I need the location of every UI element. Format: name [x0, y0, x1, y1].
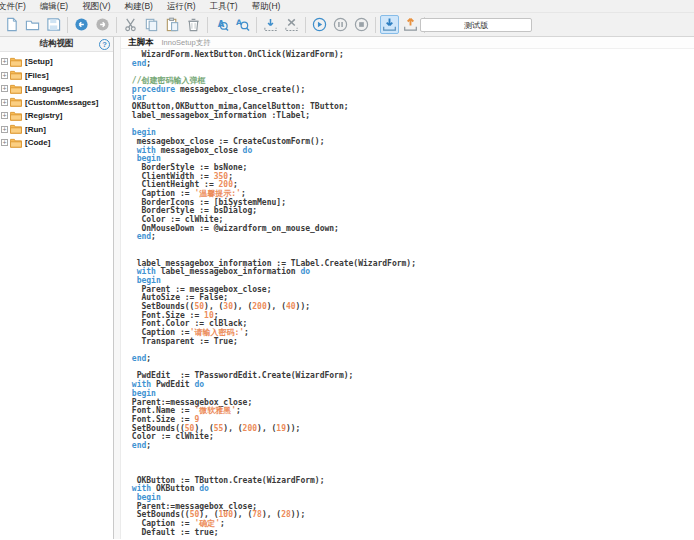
- expand-icon[interactable]: +: [1, 126, 8, 133]
- menu-help[interactable]: 帮助(H): [245, 0, 288, 13]
- code-line: [127, 242, 694, 251]
- expand-icon[interactable]: +: [1, 139, 8, 146]
- toolbar: A A ? 测试版: [0, 13, 694, 37]
- forward-icon: [95, 17, 110, 32]
- cut-button[interactable]: [121, 15, 140, 34]
- folder-icon: [10, 57, 22, 67]
- tree-item-setup[interactable]: + [Setup]: [0, 55, 113, 69]
- tree-item-files[interactable]: + [Files]: [0, 69, 113, 83]
- forward-button[interactable]: [93, 15, 112, 34]
- save-close-button[interactable]: [261, 15, 280, 34]
- tree-item-custommessages[interactable]: + [CustomMessages]: [0, 96, 113, 110]
- editor-gutter: [114, 37, 121, 539]
- code-line: [127, 459, 694, 468]
- back-button[interactable]: [72, 15, 91, 34]
- sidebar-help-icon[interactable]: ?: [99, 39, 110, 50]
- folder-icon: [10, 111, 22, 121]
- open-folder-button[interactable]: [23, 15, 42, 34]
- menu-tools[interactable]: 工具(T): [203, 0, 245, 13]
- menu-file[interactable]: 文件(F): [0, 0, 33, 13]
- toolbar-separator: [256, 17, 257, 33]
- tree-item-run[interactable]: + [Run]: [0, 123, 113, 137]
- cut-icon: [123, 17, 138, 32]
- expand-icon[interactable]: +: [1, 72, 8, 79]
- open-folder-icon: [25, 17, 40, 32]
- folder-icon: [10, 124, 22, 134]
- menu-edit[interactable]: 编辑(E): [33, 0, 75, 13]
- code-line: OnMouseDown := @wizardform_on_mouse_down…: [127, 225, 694, 234]
- code-line: with messagebox_close do: [127, 147, 694, 156]
- save-icon: [46, 17, 61, 32]
- compile-button[interactable]: [380, 15, 399, 34]
- tree-item-label: [CustomMessages]: [25, 98, 98, 107]
- menu-build[interactable]: 构建(B): [118, 0, 160, 13]
- paste-button[interactable]: [163, 15, 182, 34]
- paste-icon: [165, 17, 180, 32]
- back-icon: [74, 17, 89, 32]
- structure-tree: + [Setup] + [Files] + [Languages] + [Cus…: [0, 52, 113, 150]
- pause-icon: [333, 17, 348, 32]
- code-editor[interactable]: WizardForm.NextButton.OnClick(WizardForm…: [121, 49, 694, 539]
- structure-sidebar: 结构视图 ? + [Setup] + [Files] + [Languages]…: [0, 37, 114, 539]
- toolbar-separator: [375, 17, 376, 33]
- tree-item-label: [Languages]: [25, 84, 73, 93]
- expand-icon[interactable]: +: [1, 85, 8, 92]
- code-line: with OKButton do: [127, 485, 694, 494]
- delete-button[interactable]: [184, 15, 203, 34]
- stop-icon: [354, 17, 369, 32]
- folder-icon: [10, 70, 22, 80]
- tab-innosetup-support[interactable]: InnoSetup支持: [162, 38, 211, 48]
- folder-icon: [10, 138, 22, 148]
- discard-close-button[interactable]: [282, 15, 301, 34]
- run-icon: [312, 17, 327, 32]
- code-line: with PwdEdit do: [127, 381, 694, 390]
- tree-item-label: [Run]: [25, 125, 46, 134]
- copy-button[interactable]: [142, 15, 161, 34]
- menu-view[interactable]: 视图(V): [75, 0, 117, 13]
- toolbar-separator: [305, 17, 306, 33]
- save-close-x-icon: [284, 17, 299, 32]
- sidebar-title: 结构视图: [40, 38, 74, 50]
- editor-tabstrip: 主脚本 InnoSetup支持: [121, 37, 694, 49]
- code-line: PwdEdit := TPasswordEdit.Create(WizardFo…: [127, 372, 694, 381]
- save-button[interactable]: [44, 15, 63, 34]
- tree-item-label: [Code]: [25, 138, 50, 147]
- replace-button[interactable]: A: [233, 15, 252, 34]
- code-line: end;: [127, 60, 694, 69]
- tree-item-languages[interactable]: + [Languages]: [0, 82, 113, 96]
- code-line: [127, 451, 694, 460]
- trash-icon: [186, 17, 201, 32]
- expand-icon[interactable]: +: [1, 99, 8, 106]
- folder-icon: [10, 84, 22, 94]
- menu-bar: 文件(F) 编辑(E) 视图(V) 构建(B) 运行(R) 工具(T) 帮助(H…: [0, 0, 694, 13]
- code-line: label_messagebox_information :TLabel;: [127, 112, 694, 121]
- expand-icon[interactable]: +: [1, 112, 8, 119]
- tab-main-script[interactable]: 主脚本: [128, 37, 154, 49]
- toolbar-separator: [207, 17, 208, 33]
- new-file-icon: [4, 17, 19, 32]
- tree-item-code[interactable]: + [Code]: [0, 136, 113, 150]
- code-line: end;: [127, 442, 694, 451]
- toolbar-separator: [67, 17, 68, 33]
- replace-icon: A: [235, 17, 250, 32]
- tree-item-label: [Setup]: [25, 57, 53, 66]
- export-button[interactable]: [401, 15, 420, 34]
- find-button[interactable]: A: [212, 15, 231, 34]
- test-version-button[interactable]: 测试版: [420, 18, 532, 32]
- pause-button[interactable]: [331, 15, 350, 34]
- code-line: Color := clWhite;: [127, 433, 694, 442]
- code-line: end;: [127, 233, 694, 242]
- new-file-button[interactable]: [2, 15, 21, 34]
- find-icon: A: [214, 17, 229, 32]
- code-line: WizardForm.NextButton.OnClick(WizardForm…: [127, 51, 694, 60]
- code-line: Font.Name := '微软雅黑';: [127, 407, 694, 416]
- run-button[interactable]: [310, 15, 329, 34]
- expand-icon[interactable]: +: [1, 58, 8, 65]
- menu-run[interactable]: 运行(R): [160, 0, 203, 13]
- code-line: with label_messagebox_information do: [127, 268, 694, 277]
- stop-button[interactable]: [352, 15, 371, 34]
- code-line: [127, 121, 694, 130]
- tree-item-registry[interactable]: + [Registry]: [0, 109, 113, 123]
- code-line: procedure messagebox_close_create();: [127, 86, 694, 95]
- code-line: [127, 68, 694, 77]
